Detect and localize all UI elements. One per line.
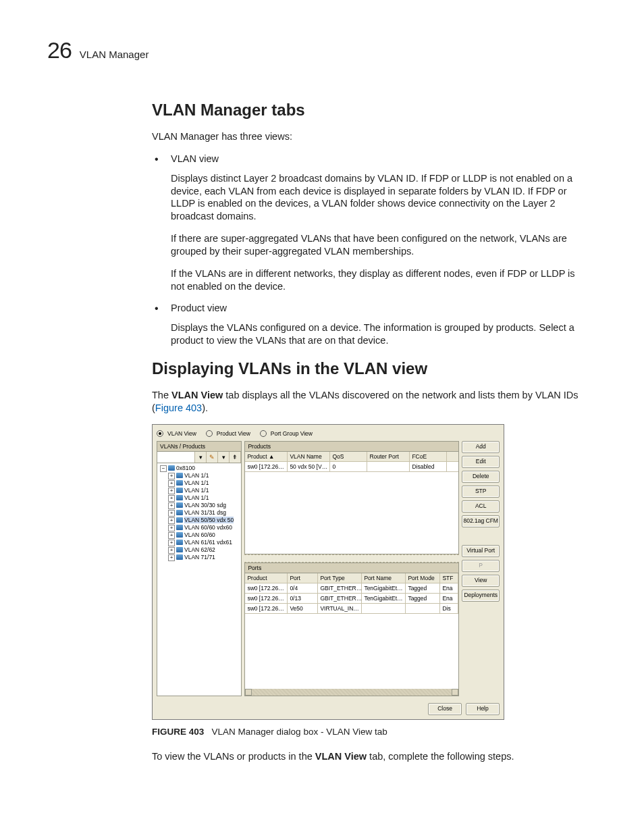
radio-product-view-label[interactable]: Product View <box>217 430 250 437</box>
products-col-header[interactable]: QoS <box>330 452 367 461</box>
scroll-left-icon[interactable] <box>245 689 252 696</box>
ports-cell[interactable]: sw0 [172.26… <box>245 604 288 613</box>
view-button[interactable]: View <box>462 575 500 587</box>
tree-panel-header: VLANs / Products <box>157 441 242 452</box>
ports-cell[interactable]: sw0 [172.26… <box>245 583 288 593</box>
products-col-header[interactable]: Product ▲ <box>245 452 288 461</box>
figure-xref-link[interactable]: Figure 403 <box>155 402 202 413</box>
bullet-product-view-title: Product view <box>171 303 227 313</box>
tree-dropdown-icon-2[interactable]: ▾ <box>218 452 230 463</box>
tree-item[interactable]: +VLAN 61/61 vdx61 <box>159 539 240 546</box>
tree-item[interactable]: +VLAN 1/1 <box>159 479 240 487</box>
cfm-button[interactable]: 802.1ag CFM <box>462 515 500 527</box>
scroll-right-icon[interactable] <box>452 689 458 696</box>
ports-cell[interactable]: Ena <box>440 583 458 593</box>
tree-combo-1[interactable] <box>157 452 195 463</box>
radio-portgroup-view-label[interactable]: Port Group View <box>271 430 313 437</box>
product-view-para-1: Displays the VLANs configured on a devic… <box>171 321 590 347</box>
ports-col-header[interactable]: Product <box>245 573 288 583</box>
vlan-view-para-1: Displays distinct Layer 2 broadcast doma… <box>171 172 590 223</box>
ports-cell[interactable]: TenGigabitEt… <box>362 594 406 603</box>
tree-item[interactable]: +VLAN 1/1 <box>159 487 240 494</box>
ports-cell[interactable]: GBIT_ETHER… <box>318 594 362 603</box>
closing-pre: To view the VLANs or products in the <box>152 751 315 762</box>
tree-item[interactable]: +VLAN 1/1 <box>159 472 240 479</box>
ports-col-header[interactable]: Port Name <box>362 573 406 583</box>
page-number: 26 <box>47 37 72 63</box>
header-title: VLAN Manager <box>80 49 149 60</box>
ports-hscrollbar[interactable] <box>245 689 458 696</box>
tree-item[interactable]: +VLAN 31/31 dsg <box>159 509 240 517</box>
radio-portgroup-view-dot[interactable] <box>260 430 267 437</box>
radio-vlan-view-label[interactable]: VLAN View <box>167 430 196 437</box>
tree-item[interactable]: +VLAN 50/50 vdx 50 <box>159 517 240 524</box>
ports-cell[interactable]: Dis <box>440 604 458 613</box>
intro-paragraph: VLAN Manager has three views: <box>152 130 590 143</box>
ports-col-header[interactable]: STF <box>440 573 458 583</box>
delete-button[interactable]: Delete <box>462 471 500 483</box>
products-table: Product ▲VLAN NameQoSRouter PortFCoEsw0 … <box>244 452 459 554</box>
figure-label: FIGURE 403 <box>152 727 204 737</box>
close-button[interactable]: Close <box>428 703 462 715</box>
bullet-vlan-view-title: VLAN view <box>171 153 219 164</box>
ports-cell[interactable]: sw0 [172.26… <box>245 594 288 603</box>
tree-dropdown-icon-1[interactable]: ▾ <box>195 452 207 463</box>
ports-panel-header: Ports <box>244 563 459 573</box>
help-button[interactable]: Help <box>466 703 500 715</box>
tree-item[interactable]: +VLAN 60/60 vdx60 <box>159 524 240 531</box>
bullet-product-view: Product view Displays the VLANs configur… <box>152 302 590 347</box>
tree-item[interactable]: +VLAN 60/60 <box>159 531 240 539</box>
radio-product-view-dot[interactable] <box>206 430 213 437</box>
ports-cell[interactable]: Ve50 <box>288 604 318 613</box>
ports-cell[interactable] <box>406 604 440 613</box>
tree-item[interactable]: +VLAN 62/62 <box>159 546 240 554</box>
deployments-button[interactable]: Deployments <box>462 590 500 602</box>
virtual-port-button[interactable]: Virtual Port <box>462 545 500 557</box>
edit-button[interactable]: Edit <box>462 456 500 468</box>
products-col-header[interactable]: VLAN Name <box>288 452 330 461</box>
splitter[interactable] <box>244 554 459 563</box>
vlan-view-para-2: If there are super-aggregated VLANs that… <box>171 232 590 258</box>
ports-cell[interactable]: GBIT_ETHER… <box>318 583 362 593</box>
ports-col-header[interactable]: Port <box>288 573 318 583</box>
tree-toolbar: ▾ ✎ ▾ ⇞ <box>157 452 242 463</box>
products-col-header[interactable]: Router Port <box>367 452 410 461</box>
ports-cell[interactable]: Ena <box>440 594 458 603</box>
tree-item[interactable]: +VLAN 71/71 <box>159 554 240 561</box>
products-cell[interactable]: Disabled <box>410 462 447 471</box>
figure-caption: FIGURE 403 VLAN Manager dialog box - VLA… <box>152 727 590 737</box>
figure-caption-text: VLAN Manager dialog box - VLAN View tab <box>212 727 387 737</box>
acl-button[interactable]: ACL <box>462 500 500 513</box>
products-cell[interactable]: 0 <box>330 462 367 471</box>
view-radio-row: VLAN View Product View Port Group View <box>153 425 504 441</box>
add-button[interactable]: Add <box>462 441 500 453</box>
closing-paragraph: To view the VLANs or products in the VLA… <box>152 750 590 763</box>
tree-item[interactable]: +VLAN 1/1 <box>159 494 240 502</box>
products-col-header[interactable]: FCoE <box>410 452 447 461</box>
ports-cell[interactable]: Tagged <box>406 594 440 603</box>
products-cell[interactable]: 50 vdx 50 [V… <box>288 462 330 471</box>
tree-pencil-icon[interactable]: ✎ <box>207 452 218 463</box>
ports-cell[interactable]: Tagged <box>406 583 440 593</box>
display-bold: VLAN View <box>171 390 223 400</box>
ports-cell[interactable] <box>362 604 406 613</box>
bullet-vlan-view: VLAN view Displays distinct Layer 2 broa… <box>152 153 590 293</box>
ports-cell[interactable]: 0/4 <box>288 583 318 593</box>
display-paragraph: The VLAN View tab displays all the VLANs… <box>152 389 590 415</box>
products-cell[interactable]: sw0 [172.26… <box>245 462 288 471</box>
display-end: ). <box>202 402 208 413</box>
ports-col-header[interactable]: Port Type <box>318 573 362 583</box>
products-cell[interactable] <box>367 462 410 471</box>
vlan-tree[interactable]: −0x8100+VLAN 1/1+VLAN 1/1+VLAN 1/1+VLAN … <box>157 463 242 696</box>
ports-cell[interactable]: TenGigabitEt… <box>362 583 406 593</box>
tree-item[interactable]: +VLAN 30/30 sdg <box>159 502 240 509</box>
p-button[interactable]: P <box>462 560 500 572</box>
vlan-view-para-3: If the VLANs are in different networks, … <box>171 267 590 293</box>
tree-collapse-icon[interactable]: ⇞ <box>230 452 241 463</box>
ports-cell[interactable]: VIRTUAL_IN… <box>318 604 362 613</box>
stp-button[interactable]: STP <box>462 486 500 498</box>
radio-vlan-view-dot[interactable] <box>157 430 163 437</box>
ports-cell[interactable]: 0/13 <box>288 594 318 603</box>
tree-root-item[interactable]: −0x8100 <box>159 465 240 472</box>
ports-col-header[interactable]: Port Mode <box>406 573 440 583</box>
